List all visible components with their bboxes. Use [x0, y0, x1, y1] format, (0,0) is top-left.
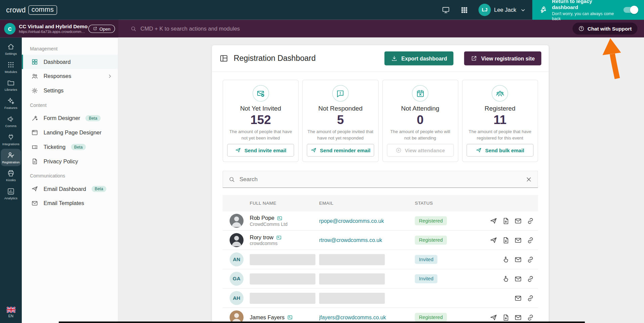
plus-circle-icon	[396, 147, 402, 153]
email-link[interactable]: jfayers@crowdcomms.co.uk	[319, 315, 386, 321]
dashboard-panel-icon	[219, 54, 228, 63]
rail-item-libraries[interactable]: Libraries	[1, 77, 21, 94]
plane-icon	[235, 147, 241, 153]
touch-icon[interactable]	[502, 275, 510, 283]
sidebar-item-settings[interactable]: Settings	[22, 83, 118, 98]
rail-item-features[interactable]: Features	[1, 94, 21, 112]
app-logo: c	[4, 23, 15, 34]
language-label: EN	[8, 314, 13, 318]
file-down-icon[interactable]	[502, 236, 510, 244]
crowdcomms-logo: crowd comms	[0, 5, 57, 14]
view-registration-site-button[interactable]: View registration site	[464, 51, 541, 66]
apps-grid-icon[interactable]	[460, 6, 469, 14]
folder-icon	[7, 79, 15, 87]
rail-item-analytics[interactable]: Analytics	[1, 185, 21, 202]
sidebar-item-privacy-policy[interactable]: Privacy Policy	[22, 154, 118, 169]
mail-icon[interactable]	[514, 294, 522, 302]
rail-item-registration[interactable]: Registration	[1, 149, 21, 166]
link-icon[interactable]	[526, 314, 534, 321]
stat-description: The amount of people that have not yet b…	[227, 129, 294, 141]
search-icon	[228, 176, 235, 183]
present-screen-icon[interactable]	[442, 6, 450, 14]
file-down-icon[interactable]	[502, 217, 510, 225]
plane-icon[interactable]	[490, 314, 497, 321]
export-dashboard-button[interactable]: Export dashboard	[384, 51, 454, 66]
contact-card-icon[interactable]	[277, 215, 283, 221]
rail-item-kiosks[interactable]: Kiosks	[1, 167, 21, 184]
mail-icon[interactable]	[514, 275, 522, 283]
group-icon	[492, 85, 508, 102]
stat-title: Not Attending	[401, 105, 440, 112]
stat-value: 5	[337, 114, 344, 126]
clear-search-icon[interactable]	[525, 176, 532, 183]
stat-title: Not Responded	[318, 105, 363, 112]
topbar: crowd comms LJ Lee Jack Return to legacy…	[0, 0, 644, 20]
browser-icon	[31, 129, 38, 136]
rail-item-modules[interactable]: Modules	[1, 58, 21, 76]
send-reminder-email-button[interactable]: Send reminder email	[307, 144, 374, 157]
sidebar-item-label: Settings	[44, 88, 64, 94]
contact-card-icon[interactable]	[287, 315, 293, 320]
plane-icon[interactable]	[490, 217, 497, 225]
sidebar-item-dashboard[interactable]: Dashboard	[22, 55, 118, 69]
sidebar-item-responses[interactable]: Responses	[22, 69, 118, 83]
touch-icon[interactable]	[502, 255, 510, 263]
attendee-avatar: GA	[230, 272, 244, 286]
language-switcher[interactable]: EN	[6, 307, 15, 323]
app-url-link[interactable]: https://virtual-6a71b.apps.crowdcomms.co…	[19, 29, 85, 33]
link-icon[interactable]	[526, 294, 534, 302]
mail-icon[interactable]	[514, 236, 522, 244]
rail-item-settings[interactable]: Settings	[1, 40, 21, 57]
link-icon[interactable]	[526, 217, 534, 225]
name-placeholder-bar	[250, 292, 316, 304]
table-row: AH	[223, 289, 538, 308]
sidebar-item-email-templates[interactable]: Email Templates	[22, 196, 118, 210]
attendee-table: FULL NAME EMAIL STATUS Rob PopeCrowdComm…	[223, 195, 538, 323]
link-icon[interactable]	[526, 275, 534, 283]
mail-icon[interactable]	[514, 217, 522, 225]
app-info: c CC Virtual and Hybrid Demo https://vir…	[0, 20, 118, 38]
column-email: EMAIL	[319, 201, 415, 206]
dots-icon	[7, 61, 15, 69]
search-icon	[130, 25, 137, 32]
sidebar-item-form-designer[interactable]: Form DesignerBeta	[22, 111, 118, 125]
external-link-icon	[93, 26, 97, 31]
send-invite-email-button[interactable]: Send invite email	[227, 144, 294, 157]
user-menu[interactable]: LJ Lee Jack	[478, 4, 526, 16]
stat-action-label: Send bulk email	[485, 148, 524, 153]
mail-icon[interactable]	[514, 255, 522, 263]
command-search[interactable]	[118, 25, 572, 32]
email-placeholder-bar	[319, 292, 385, 304]
sidebar-item-ticketing[interactable]: TicketingBeta	[22, 140, 118, 154]
chevron-down-icon	[519, 6, 526, 13]
plane-icon[interactable]	[490, 236, 497, 244]
rail-item-comms[interactable]: Comms	[1, 113, 21, 130]
email-placeholder-bar	[319, 273, 385, 284]
rail-item-integrations[interactable]: Integrations	[1, 131, 21, 148]
status-badge: Registered	[415, 236, 447, 245]
link-icon[interactable]	[526, 236, 534, 244]
mail-icon[interactable]	[514, 314, 522, 321]
mail-icon	[31, 200, 38, 207]
sidebar-item-label: Responses	[44, 73, 72, 79]
legacy-title: Return to legacy dashboard	[552, 0, 619, 11]
table-body: Rob PopeCrowdComms Ltdrpope@crowdcomms.c…	[223, 211, 538, 323]
send-bulk-email-button[interactable]: Send bulk email	[466, 144, 534, 157]
email-link[interactable]: rtrow@crowdcomms.co.uk	[319, 237, 382, 243]
sidebar-item-email-dashboard[interactable]: Email DashboardBeta	[22, 182, 118, 196]
file-down-icon[interactable]	[502, 314, 510, 321]
screen-edge-bar	[59, 322, 585, 323]
contact-card-icon[interactable]	[276, 235, 282, 240]
column-full-name: FULL NAME	[250, 201, 319, 206]
command-search-input[interactable]	[140, 26, 317, 32]
chat-support-button[interactable]: Chat with Support	[573, 23, 638, 34]
person-check-icon	[7, 151, 15, 159]
attendee-search-input[interactable]	[239, 176, 521, 183]
sidebar-item-landing-page-designer[interactable]: Landing Page Designer	[22, 125, 118, 140]
email-link[interactable]: rpope@crowdcomms.co.uk	[319, 218, 384, 224]
chevron-right-icon	[107, 73, 113, 79]
link-icon[interactable]	[526, 255, 534, 263]
legacy-toggle[interactable]	[624, 7, 638, 13]
attendee-avatar: AN	[230, 252, 244, 267]
open-app-button[interactable]: Open	[88, 25, 115, 33]
